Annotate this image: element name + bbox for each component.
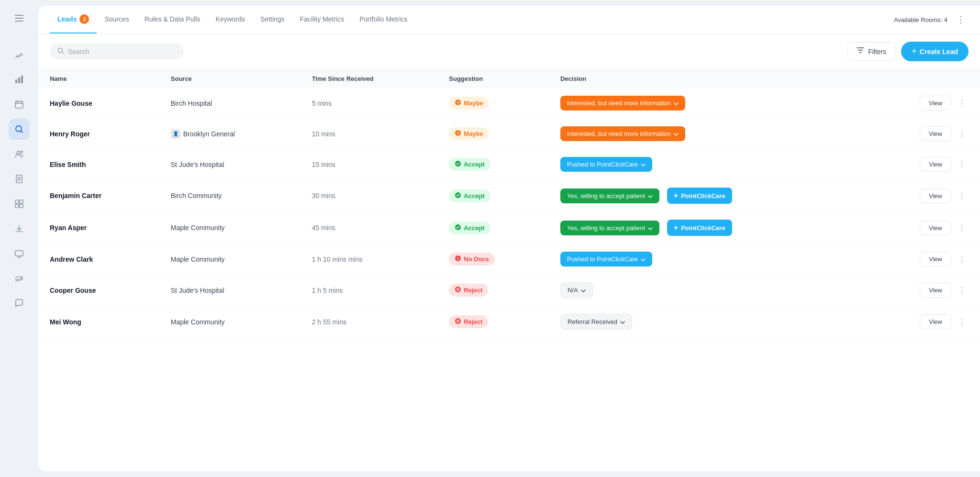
lead-name: Henry Roger <box>38 119 159 149</box>
svg-text:?: ? <box>457 131 460 136</box>
row-more-button[interactable]: ⋮ <box>955 127 969 141</box>
leads-table: Name Source Time Since Received Suggesti… <box>38 69 980 338</box>
svg-rect-6 <box>15 101 23 108</box>
tab-settings[interactable]: Settings <box>253 7 292 33</box>
pcc-button[interactable]: + PointClickCare <box>667 188 732 204</box>
calendar-icon[interactable] <box>9 94 30 115</box>
table-row: Ryan Asper Maple Community 45 mins Accep… <box>38 212 980 244</box>
col-header-name: Name <box>38 69 159 88</box>
tab-rules-data-pulls[interactable]: Rules & Data Pulls <box>137 7 208 33</box>
decision-dropdown[interactable]: Referral Received <box>560 314 632 330</box>
people-icon[interactable] <box>9 144 30 165</box>
leads-search-icon[interactable] <box>9 119 30 140</box>
lead-decision: Yes, willing to accept patient + PointCl… <box>549 180 864 212</box>
col-header-actions <box>864 69 980 88</box>
view-button[interactable]: View <box>920 252 951 266</box>
lead-decision: Pushed to PointClickCare <box>549 149 864 180</box>
nav-more-button[interactable]: ⋮ <box>953 12 969 27</box>
decision-dropdown[interactable]: Interested, but need more information <box>560 126 685 141</box>
screen-icon[interactable] <box>9 243 30 264</box>
plus-icon: + <box>674 223 678 232</box>
tab-leads[interactable]: Leads 2 <box>50 6 97 33</box>
suggestion-icon: ? <box>455 99 461 107</box>
grid-icon[interactable] <box>9 193 30 214</box>
svg-rect-2 <box>15 21 23 22</box>
row-more-button[interactable]: ⋮ <box>955 315 969 329</box>
col-header-suggestion: Suggestion <box>437 69 549 88</box>
lead-row-actions: View ⋮ <box>864 306 980 338</box>
menu-icon[interactable] <box>9 8 30 29</box>
decision-dropdown[interactable]: Yes, willing to accept patient <box>560 189 659 203</box>
view-button[interactable]: View <box>920 189 951 203</box>
download-icon[interactable] <box>9 218 30 239</box>
search-icon <box>57 47 64 55</box>
svg-text:?: ? <box>457 100 460 105</box>
view-button[interactable]: View <box>920 157 951 172</box>
lead-row-actions: View ⋮ <box>864 275 980 306</box>
suggestion-icon <box>455 318 461 326</box>
suggestion-icon <box>455 160 461 168</box>
lead-source: Birch Community <box>159 180 301 212</box>
plus-icon: + <box>912 46 917 56</box>
col-header-source: Source <box>159 69 301 88</box>
suggestion-icon: ? <box>455 130 461 138</box>
decision-dropdown[interactable]: Pushed to PointClickCare <box>560 157 652 172</box>
view-button[interactable]: View <box>920 96 951 111</box>
badge-icon[interactable] <box>9 168 30 189</box>
search-input[interactable] <box>68 48 176 55</box>
main-panel: Leads 2 Sources Rules & Data Pulls Keywo… <box>38 6 980 471</box>
lead-time: 15 mins <box>301 149 438 180</box>
lead-source: Maple Community <box>159 306 301 338</box>
tab-keywords[interactable]: Keywords <box>208 7 253 33</box>
row-more-button[interactable]: ⋮ <box>955 158 969 171</box>
lead-suggestion: ? Maybe <box>437 88 549 119</box>
decision-dropdown[interactable]: N/A <box>560 282 593 298</box>
lead-source: Birch Hospital <box>159 88 301 119</box>
chevron-down-icon <box>674 130 679 137</box>
tab-portfolio-metrics[interactable]: Portfolio Metrics <box>352 7 415 33</box>
decision-dropdown[interactable]: Yes, willing to accept patient <box>560 221 659 235</box>
chat-icon[interactable] <box>9 293 30 314</box>
lead-time: 2 h 55 mins <box>301 306 438 338</box>
search-box[interactable] <box>50 44 184 59</box>
decision-dropdown[interactable]: Interested, but need more information <box>560 96 685 111</box>
view-button[interactable]: View <box>920 283 951 298</box>
table-row: Haylie Gouse Birch Hospital 5 mins ? May… <box>38 88 980 119</box>
svg-rect-12 <box>20 200 23 203</box>
svg-rect-5 <box>21 76 23 83</box>
svg-text:!: ! <box>457 256 459 261</box>
toolbar: Filters + Create Lead <box>38 34 980 69</box>
filters-button[interactable]: Filters <box>847 42 895 61</box>
suggestion-icon <box>455 192 461 200</box>
suggestion-icon <box>455 224 461 232</box>
decision-dropdown[interactable]: Pushed to PointClickCare <box>560 252 652 266</box>
lead-row-actions: View ⋮ <box>864 149 980 180</box>
view-button[interactable]: View <box>920 221 951 235</box>
chevron-down-icon <box>581 287 586 294</box>
col-header-decision: Decision <box>549 69 864 88</box>
create-lead-button[interactable]: + Create Lead <box>901 42 969 61</box>
lead-decision: Interested, but need more information <box>549 88 864 119</box>
row-more-button[interactable]: ⋮ <box>955 253 969 266</box>
lead-source: Maple Community <box>159 244 301 275</box>
table-row: Mei Wong Maple Community 2 h 55 mins Rej… <box>38 306 980 338</box>
row-more-button[interactable]: ⋮ <box>955 97 969 110</box>
view-button[interactable]: View <box>920 314 951 329</box>
pcc-button[interactable]: + PointClickCare <box>667 220 732 236</box>
lead-time: 1 h 10 mins mins <box>301 244 438 275</box>
table-row: Benjamin Carter Birch Community 30 mins … <box>38 180 980 212</box>
lead-decision: Referral Received <box>549 306 864 338</box>
analytics-icon[interactable] <box>9 268 30 289</box>
view-button[interactable]: View <box>920 126 951 141</box>
lead-row-actions: View ⋮ <box>864 119 980 149</box>
bar-chart-icon[interactable] <box>9 69 30 90</box>
tab-sources[interactable]: Sources <box>97 7 136 33</box>
svg-point-9 <box>21 151 23 154</box>
tab-facility-metrics[interactable]: Facility Metrics <box>292 7 352 33</box>
row-more-button[interactable]: ⋮ <box>955 189 969 202</box>
row-more-button[interactable]: ⋮ <box>955 284 969 297</box>
svg-rect-3 <box>15 79 17 83</box>
lead-decision: Yes, willing to accept patient + PointCl… <box>549 212 864 244</box>
chart-icon[interactable] <box>9 44 30 65</box>
row-more-button[interactable]: ⋮ <box>955 221 969 234</box>
